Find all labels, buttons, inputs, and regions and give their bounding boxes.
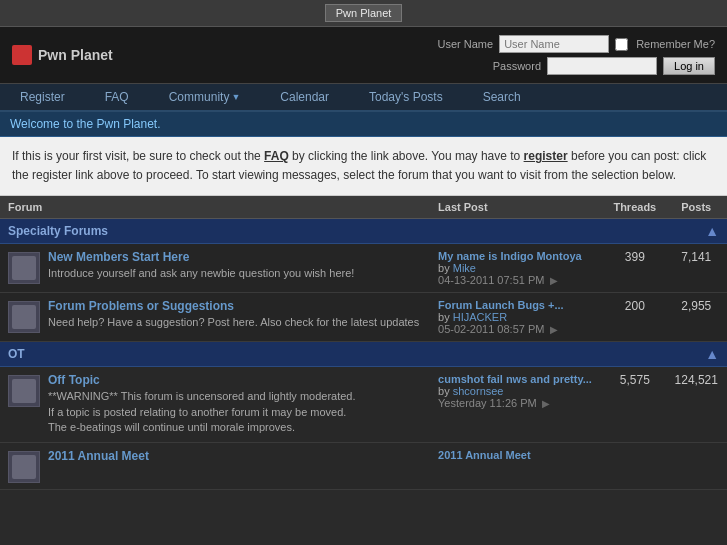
nav-faq[interactable]: FAQ [85,84,149,110]
threads-count [604,442,665,489]
collapse-icon-specialty[interactable]: ▲ [705,223,719,239]
forum-row: New Members Start Here Introduce yoursel… [0,244,727,293]
forum-info: Off Topic **WARNING** This forum is unce… [48,373,356,435]
lastpost-link[interactable]: 2011 Annual Meet [438,449,531,461]
col-header-threads: Threads [604,196,665,219]
nav-register[interactable]: Register [0,84,85,110]
lastpost-author-link[interactable]: HIJACKER [453,311,507,323]
nav-search[interactable]: Search [463,84,541,110]
section-header-ot: OT ▲ [0,342,727,367]
title-bar: Pwn Planet [0,0,727,27]
section-header-specialty: Specialty Forums ▲ [0,219,727,244]
posts-count: 124,521 [666,367,727,442]
col-header-posts: Posts [666,196,727,219]
lastpost-time: 05-02-2011 08:57 PM ▶ [438,323,596,335]
username-input[interactable] [499,35,609,53]
forum-icon [8,252,40,284]
nav-todays-posts[interactable]: Today's Posts [349,84,463,110]
forum-icon [8,451,40,483]
collapse-icon-ot[interactable]: ▲ [705,346,719,362]
login-area: User Name Remember Me? Password Log in [438,35,715,75]
forum-description: Need help? Have a suggestion? Post here.… [48,315,419,330]
forum-cell: Off Topic **WARNING** This forum is unce… [0,367,430,442]
lastpost-arrow-icon: ▶ [542,398,550,409]
lastpost-link[interactable]: My name is Indigo Montoya [438,250,582,262]
nav-calendar[interactable]: Calendar [260,84,349,110]
community-dropdown-arrow: ▼ [231,92,240,102]
lastpost-arrow-icon: ▶ [550,275,558,286]
forum-icon-inner [12,379,36,403]
col-header-lastpost: Last Post [430,196,604,219]
forum-icon-inner [12,256,36,280]
forum-icon-inner [12,305,36,329]
lastpost-link[interactable]: cumshot fail nws and pretty... [438,373,592,385]
forum-row: 2011 Annual Meet 2011 Annual Meet [0,442,727,489]
welcome-banner: Welcome to the Pwn Planet. [0,112,727,137]
login-button[interactable]: Log in [663,57,715,75]
lastpost-by: by shcornsee [438,385,596,397]
lastpost-author-link[interactable]: Mike [453,262,476,274]
column-headers: Forum Last Post Threads Posts [0,196,727,219]
section-title-ot: OT [8,347,25,361]
forum-description: **WARNING** This forum is uncensored and… [48,389,356,435]
threads-count: 5,575 [604,367,665,442]
col-header-forum: Forum [0,196,430,219]
threads-count: 399 [604,244,665,293]
forum-title-link[interactable]: Off Topic [48,373,100,387]
forum-cell: New Members Start Here Introduce yoursel… [0,244,430,293]
posts-count [666,442,727,489]
logo-icon [12,45,32,65]
forum-description: Introduce yourself and ask any newbie qu… [48,266,354,281]
register-link[interactable]: register [524,149,568,163]
remember-label: Remember Me? [636,38,715,50]
forum-title-link[interactable]: New Members Start Here [48,250,189,264]
posts-count: 7,141 [666,244,727,293]
section-title-specialty: Specialty Forums [8,224,108,238]
nav-community[interactable]: Community ▼ [149,84,261,110]
logo-text: Pwn Planet [38,47,113,63]
lastpost-time: Yesterday 11:26 PM ▶ [438,397,596,409]
lastpost-link[interactable]: Forum Launch Bugs +... [438,299,564,311]
lastpost-author-link[interactable]: shcornsee [453,385,504,397]
lastpost-time: 04-13-2011 07:51 PM ▶ [438,274,596,286]
lastpost-cell: My name is Indigo Montoya by Mike 04-13-… [430,244,604,293]
forum-row: Off Topic **WARNING** This forum is unce… [0,367,727,442]
lastpost-cell: 2011 Annual Meet [430,442,604,489]
lastpost-cell: Forum Launch Bugs +... by HIJACKER 05-02… [430,293,604,342]
welcome-text: If this is your first visit, be sure to … [0,137,727,196]
forum-icon-inner [12,455,36,479]
title-text: Pwn Planet [325,4,403,22]
forum-table: Forum Last Post Threads Posts Specialty … [0,196,727,489]
username-label: User Name [438,38,494,50]
password-label: Password [493,60,541,72]
lastpost-by: by HIJACKER [438,311,596,323]
forum-icon [8,301,40,333]
forum-info: New Members Start Here Introduce yoursel… [48,250,354,281]
forum-cell: Forum Problems or Suggestions Need help?… [0,293,430,342]
posts-count: 2,955 [666,293,727,342]
header: Pwn Planet User Name Remember Me? Passwo… [0,27,727,84]
forum-row: Forum Problems or Suggestions Need help?… [0,293,727,342]
lastpost-arrow-icon: ▶ [550,324,558,335]
password-input[interactable] [547,57,657,75]
forum-cell: 2011 Annual Meet [0,442,430,489]
username-row: User Name Remember Me? [438,35,715,53]
faq-link[interactable]: FAQ [264,149,289,163]
forum-info: Forum Problems or Suggestions Need help?… [48,299,419,330]
threads-count: 200 [604,293,665,342]
forum-title-link[interactable]: Forum Problems or Suggestions [48,299,234,313]
forum-icon [8,375,40,407]
navbar: Register FAQ Community ▼ Calendar Today'… [0,84,727,112]
logo-area: Pwn Planet [12,45,113,65]
forum-info: 2011 Annual Meet [48,449,149,465]
remember-checkbox[interactable] [615,38,628,51]
lastpost-by: by Mike [438,262,596,274]
forum-title-link[interactable]: 2011 Annual Meet [48,449,149,463]
lastpost-cell: cumshot fail nws and pretty... by shcorn… [430,367,604,442]
password-row: Password Log in [493,57,715,75]
